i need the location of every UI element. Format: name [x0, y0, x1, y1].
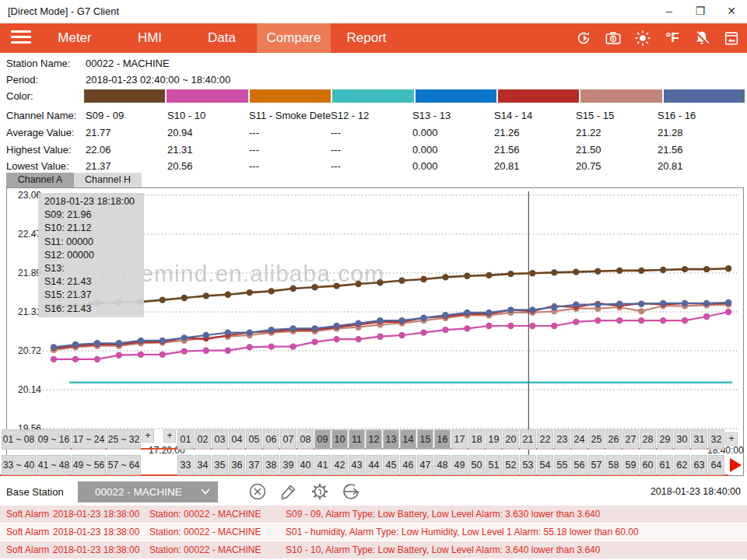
data-point-S16[interactable] [573, 301, 579, 307]
channel-button-21[interactable]: 21 [520, 429, 536, 450]
channel-button-07[interactable]: 07 [280, 429, 296, 450]
data-point-S10[interactable] [355, 336, 361, 342]
data-point-S10[interactable] [442, 327, 448, 333]
channel-button-50[interactable]: 50 [468, 455, 485, 475]
channel-button-63[interactable]: 63 [691, 455, 707, 475]
channel-button-18[interactable]: 18 [468, 429, 485, 450]
data-point-S15[interactable] [638, 308, 644, 314]
data-point-S16[interactable] [551, 304, 557, 310]
channel-button-33[interactable]: 33 [177, 455, 194, 475]
channel-button-55[interactable]: 55 [554, 455, 570, 475]
data-point-S10[interactable] [203, 348, 209, 354]
data-point-S10[interactable] [660, 317, 666, 324]
data-point-S16[interactable] [72, 341, 79, 348]
channel-button-08[interactable]: 08 [297, 429, 314, 450]
data-point-S10[interactable] [420, 329, 426, 335]
data-point-S16[interactable] [486, 310, 492, 316]
channel-button-25[interactable]: 25 [588, 429, 605, 450]
data-point-S16[interactable] [225, 329, 231, 335]
data-point-S16[interactable] [594, 301, 601, 307]
data-point-S16[interactable] [529, 306, 535, 313]
channel-button-32[interactable]: 32 [708, 429, 724, 450]
data-point-S10[interactable] [268, 343, 275, 349]
menu-icon[interactable] [11, 30, 31, 46]
channel-button-52[interactable]: 52 [503, 455, 519, 475]
fahrenheit-toggle[interactable]: °F [663, 29, 682, 47]
nav-item-hmi[interactable]: HMI [113, 23, 187, 53]
data-point-S16[interactable] [247, 329, 253, 335]
channel-button-49[interactable]: 49 [451, 455, 468, 475]
clear-icon[interactable] [247, 481, 268, 502]
channel-group-button-09~16[interactable]: 09 ~ 16 [37, 429, 71, 450]
channel-button-56[interactable]: 56 [571, 455, 587, 475]
data-point-S09[interactable] [703, 266, 710, 272]
data-point-S10[interactable] [94, 356, 100, 362]
channel-button-15[interactable]: 15 [417, 429, 433, 450]
channel-button-11[interactable]: 11 [349, 429, 365, 450]
channel-button-57[interactable]: 57 [588, 455, 605, 475]
data-point-S09[interactable] [594, 268, 601, 275]
data-point-S09[interactable] [551, 269, 557, 275]
data-point-S10[interactable] [290, 343, 296, 349]
data-point-S10[interactable] [551, 323, 557, 329]
minimize-button[interactable]: – [654, 0, 685, 23]
data-point-S16[interactable] [616, 301, 622, 307]
data-point-S10[interactable] [247, 344, 253, 350]
alarm-row[interactable]: Soft Alarm2018-01-23 18:38:00Station: 00… [0, 506, 747, 523]
channel-button-40[interactable]: 40 [297, 455, 314, 475]
channel-button-43[interactable]: 43 [349, 455, 365, 475]
channel-button-38[interactable]: 38 [263, 455, 279, 475]
brightness-icon[interactable] [633, 29, 652, 47]
data-point-S09[interactable] [225, 292, 231, 298]
data-point-S10[interactable] [72, 356, 79, 362]
channel-button-47[interactable]: 47 [417, 455, 433, 475]
channel-button-02[interactable]: 02 [195, 429, 211, 450]
channel-button-42[interactable]: 42 [331, 455, 348, 475]
edit-pencil-icon[interactable] [279, 481, 299, 502]
channel-button-23[interactable]: 23 [554, 429, 570, 450]
channel-button-64[interactable]: 64 [708, 455, 724, 475]
channel-button-14[interactable]: 14 [400, 429, 416, 450]
channel-group-button-17~24[interactable]: 17 ~ 24 [72, 429, 106, 450]
channel-button-54[interactable]: 54 [537, 455, 553, 475]
data-point-S16[interactable] [703, 300, 710, 306]
data-point-S09[interactable] [181, 295, 188, 301]
channel-button-13[interactable]: 13 [383, 429, 399, 450]
data-point-S10[interactable] [311, 338, 317, 345]
channel-button-04[interactable]: 04 [229, 429, 245, 450]
data-point-S16[interactable] [660, 300, 666, 306]
nav-item-report[interactable]: Report [331, 23, 402, 53]
channel-button-22[interactable]: 22 [537, 429, 553, 450]
data-point-S16[interactable] [203, 332, 209, 338]
data-point-S16[interactable] [311, 325, 317, 331]
channel-button-36[interactable]: 36 [229, 455, 245, 475]
channel-button-29[interactable]: 29 [657, 429, 673, 450]
channel-button-37[interactable]: 37 [246, 455, 262, 475]
zoom-plus-button-3[interactable]: + [725, 432, 738, 446]
nav-item-data[interactable]: Data [187, 23, 257, 53]
channel-button-34[interactable]: 34 [195, 455, 211, 475]
sync-icon[interactable] [574, 29, 593, 47]
maximize-button[interactable]: ❐ [685, 0, 716, 23]
data-point-S10[interactable] [486, 323, 492, 329]
export-arrow-icon[interactable] [341, 481, 361, 502]
data-point-S09[interactable] [160, 296, 166, 303]
data-point-S16[interactable] [420, 315, 426, 321]
data-point-S09[interactable] [486, 272, 492, 278]
data-point-S10[interactable] [507, 323, 514, 329]
close-button[interactable]: ✕ [716, 0, 747, 23]
data-point-S09[interactable] [247, 289, 253, 296]
channel-button-12[interactable]: 12 [366, 429, 382, 450]
data-point-S10[interactable] [682, 317, 688, 324]
channel-button-01[interactable]: 01 [177, 429, 194, 450]
data-point-S09[interactable] [420, 276, 426, 282]
data-point-S10[interactable] [333, 336, 339, 342]
data-point-S16[interactable] [638, 301, 644, 307]
data-point-S09[interactable] [268, 288, 275, 294]
data-point-S16[interactable] [507, 306, 514, 313]
data-point-S16[interactable] [682, 300, 688, 306]
channel-button-31[interactable]: 31 [691, 429, 707, 450]
data-point-S10[interactable] [638, 317, 644, 324]
next-page-arrow[interactable] [730, 458, 742, 472]
data-point-S16[interactable] [442, 312, 448, 318]
